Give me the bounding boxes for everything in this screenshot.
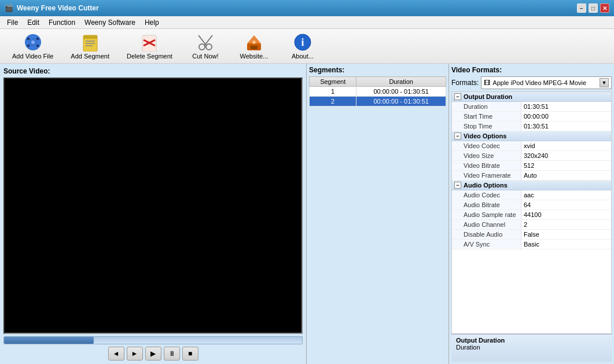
maximize-button[interactable]: □ bbox=[589, 3, 598, 13]
segments-panel: Segments: Segment Duration 100:00:00 - 0… bbox=[307, 64, 449, 364]
audio-channel-value: 2 bbox=[521, 220, 611, 229]
about-button[interactable]: i About... bbox=[280, 31, 326, 61]
cut-now-label: Cut Now! bbox=[192, 53, 218, 60]
add-segment-label: Add Segment bbox=[71, 53, 109, 60]
disable-audio-value: False bbox=[521, 230, 611, 239]
svg-point-15 bbox=[199, 44, 205, 50]
title-bar: 🎬 Weeny Free Video Cutter − □ ✕ bbox=[0, 0, 614, 16]
audio-samplerate-name: Audio Sample rate bbox=[452, 210, 521, 219]
audio-codec-name: Audio Codec bbox=[452, 190, 521, 200]
audio-options-expand[interactable]: − bbox=[454, 182, 461, 189]
menu-function[interactable]: Function bbox=[44, 17, 80, 28]
formats-panel-label: Video Formats: bbox=[451, 66, 612, 74]
video-size-prop: Video Size 320x240 bbox=[452, 151, 611, 161]
seek-bar-fill bbox=[4, 337, 94, 344]
audio-samplerate-prop: Audio Sample rate 44100 bbox=[452, 210, 611, 220]
add-video-label: Add Video File bbox=[12, 53, 53, 60]
output-duration-expand[interactable]: − bbox=[454, 93, 461, 100]
start-time-prop-name: Start Time bbox=[452, 112, 521, 121]
audio-samplerate-value: 44100 bbox=[521, 210, 611, 219]
col-segment: Segment bbox=[310, 77, 356, 87]
video-options-label: Video Options bbox=[464, 133, 506, 139]
next-frame-button[interactable]: ► bbox=[127, 347, 143, 361]
av-sync-name: A/V Sync bbox=[452, 240, 521, 249]
svg-rect-8 bbox=[83, 35, 97, 39]
video-codec-prop: Video Codec xvid bbox=[452, 141, 611, 151]
stop-time-prop-value: 01:30:51 bbox=[521, 122, 611, 131]
svg-point-2 bbox=[31, 41, 35, 44]
segment-id: 1 bbox=[310, 87, 356, 97]
video-options-group: − Video Options bbox=[452, 131, 611, 141]
play-button[interactable]: ▶ bbox=[145, 347, 161, 361]
source-panel-label: Source Video: bbox=[3, 67, 303, 75]
menu-file[interactable]: File bbox=[2, 17, 23, 28]
segments-table: Segment Duration 100:00:00 - 01:30:51200… bbox=[309, 76, 446, 106]
delete-segment-icon bbox=[140, 33, 159, 52]
website-button[interactable]: Website... bbox=[231, 31, 277, 61]
title-bar-left: 🎬 Weeny Free Video Cutter bbox=[5, 4, 99, 12]
delete-segment-button[interactable]: Delete Segment bbox=[119, 31, 180, 61]
video-framerate-prop: Video Framerate Auto bbox=[452, 171, 611, 181]
video-framerate-name: Video Framerate bbox=[452, 171, 521, 180]
add-segment-button[interactable]: Add Segment bbox=[63, 31, 117, 61]
audio-channel-prop: Audio Channel 2 bbox=[452, 220, 611, 230]
col-duration: Duration bbox=[356, 77, 446, 87]
bottom-panel-value: Duration bbox=[456, 344, 607, 351]
menu-edit[interactable]: Edit bbox=[23, 17, 44, 28]
about-label: About... bbox=[292, 53, 314, 60]
video-size-value: 320x240 bbox=[521, 151, 611, 160]
menu-help[interactable]: Help bbox=[140, 17, 164, 28]
svg-point-16 bbox=[206, 44, 212, 50]
audio-options-label: Audio Options bbox=[464, 182, 508, 189]
audio-bitrate-value: 64 bbox=[521, 200, 611, 209]
title-bar-controls: − □ ✕ bbox=[577, 3, 609, 13]
add-segment-icon bbox=[81, 33, 100, 52]
format-name: Apple iPod Video MPEG-4 Movie bbox=[492, 79, 586, 86]
start-time-prop: Start Time 00:00:00 bbox=[452, 112, 611, 122]
formats-row: Formats: 🎞 Apple iPod Video MPEG-4 Movie… bbox=[451, 76, 612, 89]
segment-duration: 00:00:00 - 01:30:51 bbox=[356, 87, 446, 97]
audio-bitrate-name: Audio Bitrate bbox=[452, 200, 521, 209]
cut-now-button[interactable]: Cut Now! bbox=[182, 31, 229, 61]
output-duration-group: − Output Duration bbox=[452, 92, 611, 102]
add-video-button[interactable]: Add Video File bbox=[5, 31, 61, 61]
formats-row-label: Formats: bbox=[451, 79, 479, 87]
video-bitrate-name: Video Bitrate bbox=[452, 161, 521, 170]
pause-button[interactable]: ⏸ bbox=[164, 347, 180, 361]
minimize-button[interactable]: − bbox=[577, 3, 586, 13]
main-area: Source Video: ◄ ► ▶ ⏸ ■ Segments: Segmen… bbox=[0, 64, 614, 364]
table-row[interactable]: 200:00:00 - 01:30:51 bbox=[310, 97, 446, 106]
video-bitrate-prop: Video Bitrate 512 bbox=[452, 161, 611, 171]
start-time-prop-value: 00:00:00 bbox=[521, 112, 611, 121]
duration-prop-value: 01:30:51 bbox=[521, 102, 611, 111]
format-dropdown-arrow[interactable]: ▼ bbox=[600, 78, 609, 87]
properties-tree: − Output Duration Duration 01:30:51 Star… bbox=[451, 91, 612, 334]
output-duration-label: Output Duration bbox=[464, 93, 512, 100]
video-options-expand[interactable]: − bbox=[454, 133, 461, 139]
playback-controls: ◄ ► ▶ ⏸ ■ bbox=[3, 347, 303, 361]
segments-panel-label: Segments: bbox=[309, 66, 446, 74]
formats-panel: Video Formats: Formats: 🎞 Apple iPod Vid… bbox=[449, 64, 614, 364]
av-sync-prop: A/V Sync Basic bbox=[452, 240, 611, 249]
menu-bar: File Edit Function Weeny Software Help bbox=[0, 16, 614, 29]
stop-time-prop: Stop Time 01:30:51 bbox=[452, 122, 611, 131]
menu-weeny-software[interactable]: Weeny Software bbox=[80, 17, 140, 28]
segment-duration: 00:00:00 - 01:30:51 bbox=[356, 97, 446, 106]
video-bitrate-value: 512 bbox=[521, 161, 611, 170]
video-area[interactable] bbox=[3, 78, 303, 334]
format-select[interactable]: 🎞 Apple iPod Video MPEG-4 Movie ▼ bbox=[481, 76, 612, 89]
svg-rect-4 bbox=[36, 38, 39, 40]
stop-button[interactable]: ■ bbox=[182, 347, 198, 361]
table-row[interactable]: 100:00:00 - 01:30:51 bbox=[310, 87, 446, 97]
prev-frame-button[interactable]: ◄ bbox=[108, 347, 124, 361]
close-button[interactable]: ✕ bbox=[600, 3, 609, 13]
disable-audio-prop: Disable Audio False bbox=[452, 230, 611, 240]
video-codec-value: xvid bbox=[521, 141, 611, 150]
website-icon bbox=[245, 33, 263, 52]
duration-prop: Duration 01:30:51 bbox=[452, 102, 611, 112]
svg-text:i: i bbox=[301, 36, 304, 48]
toolbar: Add Video File Add Segment Delete Segmen… bbox=[0, 29, 614, 64]
audio-bitrate-prop: Audio Bitrate 64 bbox=[452, 200, 611, 210]
seek-bar[interactable] bbox=[3, 336, 303, 344]
video-codec-name: Video Codec bbox=[452, 141, 521, 150]
